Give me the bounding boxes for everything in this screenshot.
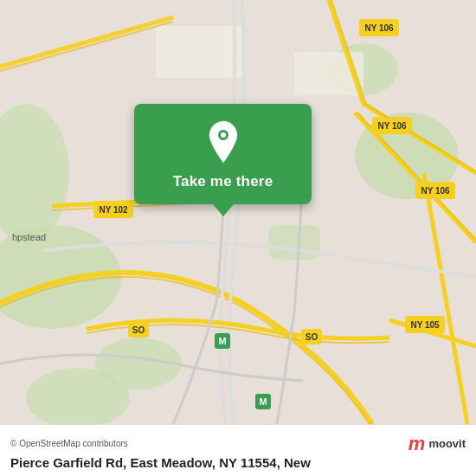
bottom-bar: © OpenStreetMap contributors m moovit Pi…	[0, 424, 476, 476]
copyright-text: © OpenStreetMap contributors	[10, 439, 128, 448]
svg-text:NY 106: NY 106	[364, 23, 394, 33]
svg-text:SO: SO	[132, 325, 145, 335]
svg-text:M: M	[218, 336, 226, 346]
popup-card: Take me there	[134, 104, 312, 204]
svg-text:hpstead: hpstead	[12, 232, 46, 242]
svg-rect-5	[268, 225, 320, 260]
address-text: Pierce Garfield Rd, East Meadow, NY 1155…	[10, 455, 466, 470]
location-pin-icon	[204, 119, 242, 164]
svg-point-36	[221, 132, 226, 138]
moovit-brand-text: moovit	[428, 437, 466, 450]
moovit-logo: m moovit	[408, 433, 466, 455]
svg-text:NY 105: NY 105	[410, 320, 440, 330]
svg-text:NY 102: NY 102	[99, 205, 128, 215]
svg-text:NY 106: NY 106	[377, 121, 407, 131]
svg-rect-8	[156, 26, 242, 78]
take-me-there-button[interactable]: Take me there	[173, 173, 273, 190]
svg-text:M: M	[259, 396, 267, 407]
svg-text:NY 106: NY 106	[421, 186, 450, 196]
moovit-m-icon: m	[408, 433, 426, 455]
svg-text:SO: SO	[306, 332, 318, 342]
map-container[interactable]: NY 106 NY 106 NY 106 NY 105 NY 102 M M M…	[0, 0, 476, 424]
